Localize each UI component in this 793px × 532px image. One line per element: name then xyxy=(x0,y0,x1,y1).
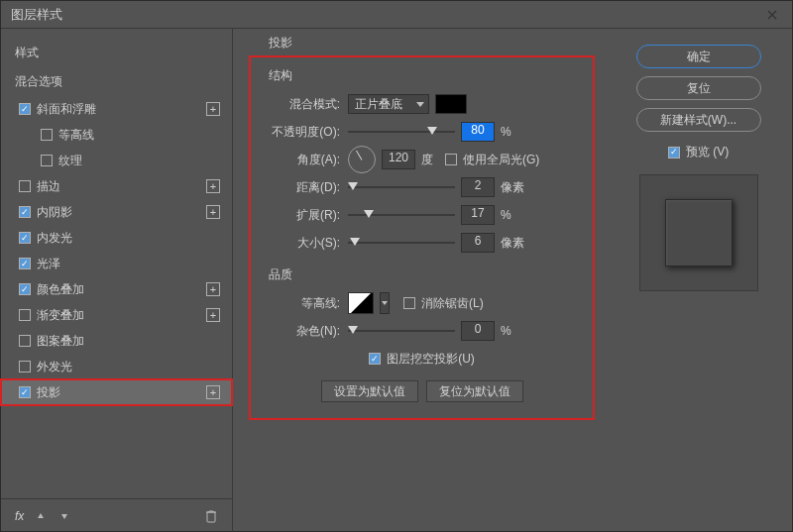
plus-icon[interactable]: + xyxy=(206,308,220,322)
global-light-checkbox[interactable] xyxy=(445,154,457,165)
size-slider[interactable] xyxy=(348,236,455,250)
noise-input[interactable]: 0 xyxy=(461,321,495,341)
distance-slider[interactable] xyxy=(348,180,455,194)
checkbox-icon[interactable] xyxy=(19,103,31,115)
ok-button[interactable]: 确定 xyxy=(636,45,761,68)
plus-icon[interactable]: + xyxy=(206,102,220,116)
row-noise: 杂色(N): 0 % xyxy=(261,317,583,345)
style-row-stroke[interactable]: 描边 + xyxy=(1,173,232,199)
contour-swatch[interactable] xyxy=(348,292,374,314)
quality-group-label: 品质 xyxy=(261,263,583,289)
checkbox-icon[interactable] xyxy=(19,361,31,372)
checkbox-icon[interactable] xyxy=(19,232,31,244)
noise-slider[interactable] xyxy=(348,324,455,338)
checkbox-icon[interactable] xyxy=(19,283,31,295)
size-input[interactable]: 6 xyxy=(461,233,495,253)
preview-sample xyxy=(665,199,733,266)
style-row-outer-glow[interactable]: 外发光 xyxy=(1,354,232,379)
sidebar-blending-options[interactable]: 混合选项 xyxy=(1,69,232,94)
chevron-down-icon xyxy=(382,301,388,305)
antialias-checkbox[interactable] xyxy=(403,297,415,309)
chevron-down-icon xyxy=(416,102,424,107)
dialog-body: 样式 混合选项 斜面和浮雕 + 等高线 纹理 描边 + 内阴影 xyxy=(1,29,792,532)
settings-column: 投影 结构 混合模式: 正片叠底 不透明度(O): xyxy=(233,29,605,532)
distance-input[interactable]: 2 xyxy=(461,177,495,197)
style-row-inner-glow[interactable]: 内发光 xyxy=(1,225,232,251)
row-angle: 角度(A): 120 度 使用全局光(G) xyxy=(261,146,583,173)
row-spread: 扩展(R): 17 % xyxy=(261,201,583,229)
reset-default-button[interactable]: 复位为默认值 xyxy=(426,380,523,402)
styles-sidebar: 样式 混合选项 斜面和浮雕 + 等高线 纹理 描边 + 内阴影 xyxy=(1,29,233,532)
section-title: 投影 xyxy=(233,35,605,55)
style-row-pattern-overlay[interactable]: 图案叠加 xyxy=(1,328,232,354)
reset-button[interactable]: 复位 xyxy=(636,76,761,100)
plus-icon[interactable]: + xyxy=(206,205,220,219)
style-row-texture[interactable]: 纹理 xyxy=(1,148,232,173)
preview-box xyxy=(639,174,758,291)
checkbox-icon[interactable] xyxy=(19,335,31,347)
angle-input[interactable]: 120 xyxy=(382,150,415,169)
checkbox-icon[interactable] xyxy=(19,206,31,218)
row-distance: 距离(D): 2 像素 xyxy=(261,173,583,201)
new-style-button[interactable]: 新建样式(W)... xyxy=(636,108,761,132)
shadow-color-swatch[interactable] xyxy=(435,94,467,114)
checkbox-icon[interactable] xyxy=(19,180,31,192)
window-title: 图层样式 xyxy=(11,6,62,24)
sidebar-header: 样式 xyxy=(1,41,232,65)
arrow-down-icon[interactable] xyxy=(57,509,71,523)
layer-style-dialog: 图层样式 样式 混合选项 斜面和浮雕 + 等高线 纹理 描边 xyxy=(0,0,793,532)
spread-slider[interactable] xyxy=(348,208,455,222)
settings-panel: 结构 混合模式: 正片叠底 不透明度(O): 80 xyxy=(249,55,595,420)
style-row-satin[interactable]: 光泽 xyxy=(1,251,232,276)
opacity-input[interactable]: 80 xyxy=(461,122,495,142)
angle-dial[interactable] xyxy=(348,146,376,173)
arrow-up-icon[interactable] xyxy=(34,509,48,523)
spread-input[interactable]: 17 xyxy=(461,205,495,225)
style-list: 斜面和浮雕 + 等高线 纹理 描边 + 内阴影 + 内发光 xyxy=(1,96,232,405)
set-default-button[interactable]: 设置为默认值 xyxy=(321,380,418,402)
row-contour: 等高线: 消除锯齿(L) xyxy=(261,289,583,317)
checkbox-icon[interactable] xyxy=(19,258,31,269)
checkbox-icon[interactable] xyxy=(19,386,31,398)
structure-group-label: 结构 xyxy=(261,63,583,90)
trash-icon[interactable] xyxy=(204,509,218,523)
default-buttons-row: 设置为默认值 复位为默认值 xyxy=(261,380,583,402)
fx-label[interactable]: fx xyxy=(15,509,24,523)
style-row-drop-shadow[interactable]: 投影 + xyxy=(1,379,232,405)
row-knockout: 图层挖空投影(U) xyxy=(261,345,583,372)
titlebar: 图层样式 xyxy=(1,1,792,29)
close-button[interactable] xyxy=(752,1,792,29)
row-opacity: 不透明度(O): 80 % xyxy=(261,118,583,146)
opacity-slider[interactable] xyxy=(348,125,455,139)
style-row-contour[interactable]: 等高线 xyxy=(1,122,232,148)
row-size: 大小(S): 6 像素 xyxy=(261,229,583,257)
plus-icon[interactable]: + xyxy=(206,179,220,193)
blend-mode-select[interactable]: 正片叠底 xyxy=(348,94,429,114)
close-icon xyxy=(767,10,777,20)
style-row-gradient-overlay[interactable]: 渐变叠加 + xyxy=(1,302,232,328)
contour-dropdown[interactable] xyxy=(380,292,390,314)
style-row-inner-shadow[interactable]: 内阴影 + xyxy=(1,199,232,225)
sidebar-footer: fx xyxy=(1,498,232,532)
checkbox-icon[interactable] xyxy=(41,155,53,166)
style-row-color-overlay[interactable]: 颜色叠加 + xyxy=(1,276,232,302)
plus-icon[interactable]: + xyxy=(206,282,220,296)
preview-checkbox[interactable] xyxy=(668,147,680,159)
plus-icon[interactable]: + xyxy=(206,385,220,399)
preview-toggle-row: 预览 (V) xyxy=(668,144,729,160)
checkbox-icon[interactable] xyxy=(19,309,31,321)
knockout-checkbox[interactable] xyxy=(369,353,381,365)
actions-column: 确定 复位 新建样式(W)... 预览 (V) xyxy=(605,29,792,532)
style-row-bevel[interactable]: 斜面和浮雕 + xyxy=(1,96,232,122)
checkbox-icon[interactable] xyxy=(41,129,53,141)
row-blend-mode: 混合模式: 正片叠底 xyxy=(261,90,583,118)
